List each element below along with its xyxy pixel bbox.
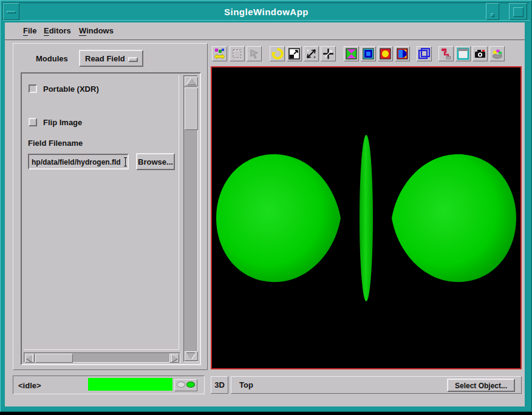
right-lobe (392, 154, 516, 282)
toolbar-view-top-button[interactable] (344, 46, 359, 61)
toolbar-scale-button[interactable] (287, 46, 302, 61)
right-arrow-icon (172, 355, 177, 362)
maximize-button[interactable] (509, 3, 527, 20)
horizontal-scrollbar[interactable] (24, 352, 180, 363)
toolbar-view-back-button[interactable] (378, 46, 393, 61)
menu-file[interactable]: File (23, 26, 36, 35)
scroll-down-button[interactable] (185, 351, 198, 361)
toolbar-snapshot-camera-button[interactable] (472, 46, 488, 61)
modules-label: Modules (36, 54, 68, 63)
progress-bar (88, 378, 172, 391)
option-menu-indicator-icon (128, 57, 138, 62)
stop-light-icon (177, 382, 185, 388)
edit-objects-icon (491, 47, 503, 60)
rotate-icon (271, 47, 284, 60)
minimize-icon (491, 13, 494, 17)
normalize-icon (231, 47, 244, 60)
view-front-icon (362, 47, 375, 60)
left-arrow-icon (27, 355, 32, 362)
view-top-icon (345, 47, 358, 60)
view-dimension-box[interactable]: 3D (211, 376, 228, 394)
module-controls: Portable (XDR) Flip Image Field Filename… (24, 75, 179, 350)
viewer-window-icon (457, 47, 469, 60)
toolbar-view-side-button[interactable] (395, 46, 410, 61)
portable-xdr-label: Portable (XDR) (43, 84, 99, 94)
title-bar[interactable]: SingleWindowApp (2, 2, 530, 21)
select-object-button[interactable]: Select Object... (447, 379, 515, 392)
module-editor-panel: Modules Read Field Portable (XDR) Flip I… (13, 43, 208, 370)
modules-tool-icon (213, 47, 226, 60)
scroll-up-button[interactable] (185, 77, 198, 86)
view-name-bar: Top Select Object... (231, 376, 522, 394)
hydrogen-orbital-isosurface (212, 67, 520, 368)
flip-image-checkbox[interactable] (29, 118, 37, 126)
toolbar-normalize-button-disabled[interactable] (230, 46, 245, 61)
left-lobe (216, 154, 341, 282)
menu-editors[interactable]: Editors (44, 26, 71, 35)
module-controls-scrollpane: Portable (XDR) Flip Image Field Filename… (21, 72, 201, 365)
toolbar-center-button-disabled[interactable] (247, 46, 262, 61)
view-name-label: Top (239, 380, 253, 389)
run-indicator[interactable] (174, 379, 197, 391)
view-side-icon (396, 47, 409, 60)
translate-icon (322, 47, 335, 60)
toolbar-viewer-window-button[interactable] (455, 46, 471, 61)
zoom-icon (305, 47, 318, 60)
toolbar-zoom-button[interactable] (304, 46, 319, 61)
portable-xdr-checkbox[interactable] (29, 84, 37, 93)
vertical-scroll-thumb[interactable] (185, 87, 198, 130)
window-title: SingleWindowApp (3, 7, 530, 17)
scroll-right-button[interactable] (169, 354, 179, 363)
up-arrow-icon (187, 78, 196, 84)
snapshot-camera-icon (474, 47, 486, 60)
maximize-icon (513, 7, 523, 17)
scale-icon (288, 47, 301, 60)
scroll-left-button[interactable] (25, 354, 35, 363)
minimize-button[interactable] (486, 3, 499, 20)
flip-image-label: Flip Image (43, 118, 82, 127)
horizontal-scroll-thumb[interactable] (35, 354, 73, 363)
text-caret (125, 157, 126, 166)
toolbar-translate-button[interactable] (321, 46, 336, 61)
vertical-scrollbar[interactable] (183, 75, 198, 362)
status-label: <idle> (18, 381, 41, 390)
toolbar-perspective-cube-button[interactable] (417, 46, 432, 61)
toolbar-edit-objects-button[interactable] (489, 46, 505, 61)
down-arrow-icon (187, 353, 196, 359)
toolbar-trackball-button[interactable] (438, 46, 454, 61)
perspective-cube-icon (418, 47, 431, 60)
app-window: SingleWindowApp File Editors Windows Mod… (0, 0, 532, 412)
content-area: File Editors Windows Modules Read Field … (5, 22, 525, 406)
toolbar-view-front-button[interactable] (361, 46, 376, 61)
toolbar-modules-tool-button[interactable] (212, 46, 227, 61)
menu-bar: File Editors Windows (5, 22, 525, 40)
module-option-menu[interactable]: Read Field (79, 50, 143, 67)
field-filename-label: Field Filename (28, 139, 83, 148)
center-disc (360, 135, 373, 301)
filename-input[interactable]: hp/data/field/hydrogen.fld (28, 154, 129, 170)
go-light-icon (186, 382, 195, 388)
browse-button[interactable]: Browse... (136, 153, 175, 170)
toolbar-rotate-button[interactable] (270, 46, 285, 61)
trackball-icon (440, 47, 452, 60)
view-back-icon (379, 47, 392, 60)
viewport-3d[interactable] (211, 66, 522, 369)
status-panel: <idle> (13, 376, 205, 394)
menu-windows[interactable]: Windows (79, 26, 114, 35)
center-icon (248, 47, 261, 60)
